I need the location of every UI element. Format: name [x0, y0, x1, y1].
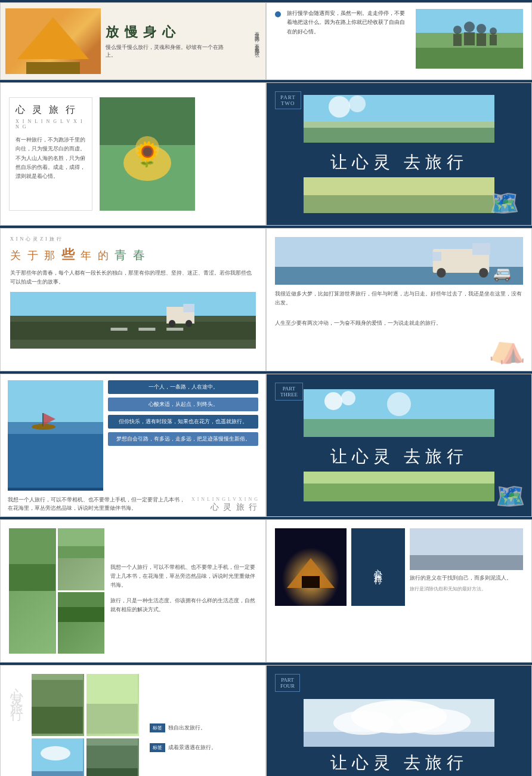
svg-rect-61: [302, 576, 320, 588]
svg-point-71: [41, 746, 70, 760]
svg-rect-53: [9, 564, 55, 591]
slide10-title-cn: 心灵旅行: [372, 562, 385, 572]
slide7-body-text: 我想一个人旅行，可以不带相机、也不要带上手机，但一定要背上几本书，在花海里，草丛…: [8, 495, 185, 513]
slide10-night-photo: [275, 528, 347, 606]
slide11-pg1-svg: [32, 674, 83, 734]
slide6-van-image: [275, 237, 523, 285]
slide9-photo-collage: [9, 528, 104, 654]
slide5-body-text: 关于那些年的青春，每个人都有一段长长的独白，那里有你的理想、坚持、迷正、青涩。若…: [10, 269, 256, 287]
svg-rect-40: [8, 428, 103, 488]
slide7-tag4: 梦想自会引路，有多远，走多远，把足迹落慢慢生新俗。: [108, 432, 258, 446]
slide7-lake-image: [8, 380, 103, 491]
slide-6-van: 我很近做多大梦，比如打算游世界旅行，但年与时逐，志与日走。好些年过去了，我还是坐…: [266, 228, 532, 371]
slide4-part-num: TWO: [280, 100, 296, 106]
svg-point-9: [490, 27, 497, 35]
slide8-part-num: THREE: [280, 392, 298, 398]
slide-3-xinling: 心 灵 旅 行 X I N L I N G L V X I N G 有一种旅行，…: [0, 82, 266, 226]
svg-rect-68: [86, 704, 138, 734]
svg-point-18: [329, 96, 350, 118]
slide12-deco: 🗺️: [496, 774, 525, 776]
slide4-landscape-top: [304, 95, 494, 143]
slide2-text: 旅行慢学会随遇而安，虽然一刚。走走停停，不要着地把这什么。因为在路上你就已经收获…: [287, 9, 410, 36]
flower-bg-svg: [100, 97, 195, 211]
landscape-top-svg: [304, 95, 494, 143]
slide8-sky-image: [304, 389, 494, 437]
slide7-tag3: 但你快乐，遇有时段落，知果也在花方，也遥就旅行。: [108, 415, 258, 429]
tent-image: [5, 8, 101, 74]
svg-point-19: [349, 96, 366, 112]
svg-rect-21: [304, 195, 494, 213]
slide6-body-text1: 我很近做多大梦，比如打算游世界旅行，但年与时逐，志与日走。好些年过去了，我还是坐…: [275, 290, 523, 308]
svg-point-49: [387, 392, 411, 416]
slide11-pg2: [86, 674, 139, 736]
svg-rect-8: [477, 33, 486, 46]
svg-rect-24: [10, 322, 256, 340]
slide8-sky-svg: [304, 389, 494, 437]
svg-point-5: [464, 21, 475, 32]
svg-rect-70: [32, 771, 83, 776]
slide-10-night: 心灵旅行 旅行的意义在于找到自己，而多则泥流人。 旅行是消除仇怨和无知的最好方法…: [266, 519, 532, 663]
slide11-text1: 独自出发旅行。: [168, 724, 206, 732]
slide10-sky-photo: [410, 528, 523, 570]
slide-9-collage: 我想一个人旅行，可以不带相机、也不要带上手机，但一定要背上几本书，在花海里，草丛…: [0, 519, 266, 663]
slide9-text2: 旅行，只是一种生活态度。你该拥有什么样的生活态度，自然就有相应的解决方式。: [110, 596, 257, 615]
slide8-part-label: PART: [280, 386, 298, 392]
slide8-grass-image: [304, 472, 494, 501]
slide-1-tent: 放 慢 身 心 慢么慢千慢么放行，灵魂和身催。砂坡有一个在路上。 不 慢 了 慢…: [0, 2, 266, 80]
svg-point-3: [453, 26, 462, 34]
slide3-title-py: X I N L I N G L V X I N G: [16, 119, 86, 130]
slide5-title-highlight2: 的: [98, 250, 110, 261]
slide3-title-cn: 心 灵 旅 行: [16, 104, 86, 116]
svg-rect-55: [58, 546, 104, 558]
slide9-text1: 我想一个人旅行，可以不带相机、也不要带上手机，但一定要背上几本书，在花海里，草丛…: [110, 563, 257, 590]
svg-point-78: [333, 711, 393, 735]
svg-rect-74: [86, 738, 138, 746]
slide4-main-title: 让心灵 去旅行: [330, 151, 468, 174]
slide-8-part-three: PART THREE 让心灵 去旅行 🗺️: [266, 374, 532, 517]
slide1-text-block: 放 慢 身 心 慢么慢千慢么放行，灵魂和身催。砂坡有一个在路上。: [101, 23, 225, 60]
slide9-text-area: 我想一个人旅行，可以不带相机、也不要带上手机，但一定要背上几本书，在花海里，草丛…: [110, 528, 257, 654]
svg-rect-29: [183, 304, 194, 312]
slide11-photo-grid: [32, 674, 139, 776]
slide7-tag1: 一个人，一条路，人在途中。: [108, 380, 258, 394]
svg-rect-63: [410, 555, 523, 570]
slide7-py: X I N L I N G L V X I N G: [191, 497, 258, 502]
slide11-pg3-svg: [32, 738, 83, 776]
svg-rect-17: [304, 128, 494, 143]
svg-rect-57: [58, 607, 104, 622]
map-icon: 🗺️: [490, 190, 519, 217]
slide1-main-title: 放 慢 身 心: [106, 23, 225, 41]
slide11-label-row2: 标签 成着景遇遇在旅行。: [150, 743, 252, 752]
slide-12-part-four: PART FOUR 让心灵 去旅行 🗺️: [266, 665, 532, 776]
slide12-main-title: 让心灵 去旅行: [330, 752, 468, 774]
slide4-part-badge: PART TWO: [275, 91, 301, 109]
slide9-p2-svg: [58, 528, 104, 558]
slide3-flower-photo: [100, 97, 195, 211]
slide12-part-label: PART: [280, 677, 295, 683]
slide4-deco: 🗺️: [490, 189, 525, 219]
slide11-pg2-svg: [86, 674, 138, 734]
landscape-bottom-svg: [304, 177, 494, 213]
slide12-cloud-image: [304, 699, 494, 747]
slide9-p3-svg: [58, 592, 104, 622]
slide3-text-box: 心 灵 旅 行 X I N L I N G L V X I N G 有一种旅行，…: [9, 97, 92, 211]
slide5-top-text: X I N 心 灵 Z I 旅 行: [10, 236, 256, 242]
slide10-note-text: 旅行是消除仇怨和无知的最好方法。: [410, 586, 523, 593]
svg-rect-46: [304, 419, 494, 437]
slide12-part-badge: PART FOUR: [275, 674, 300, 692]
svg-rect-1: [416, 45, 523, 69]
svg-point-79: [399, 709, 471, 735]
slide-2-family: 旅行慢学会随遇而安，虽然一刚。走走停停，不要着地把这什么。因为在路上你就已经收获…: [266, 2, 532, 80]
slide7-tag2: 心酸来适，从起点，到终头。: [108, 398, 258, 411]
svg-point-7: [477, 24, 486, 33]
slide8-deco: 🗺️: [496, 482, 525, 510]
lake-svg: [8, 380, 103, 488]
slide-5-road: X I N 心 灵 Z I 旅 行 关 于 那 些 年 的 青 春 关于那些年的…: [0, 228, 266, 371]
slide7-cn: 心 灵 旅 行: [191, 502, 258, 513]
slide8-grass-svg: [304, 472, 494, 501]
slide11-label-row1: 标签 独自出发旅行。: [150, 723, 252, 732]
slide10-sky-svg: [410, 528, 523, 570]
slide12-cloud-svg: [304, 699, 494, 747]
svg-rect-6: [464, 32, 475, 45]
svg-rect-10: [490, 35, 497, 45]
